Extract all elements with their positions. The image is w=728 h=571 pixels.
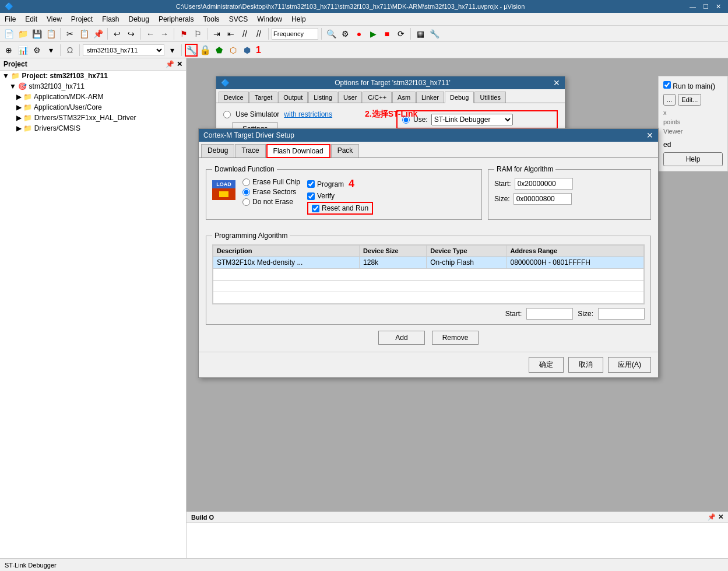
tab-output[interactable]: Output — [278, 92, 308, 103]
do-not-erase-radio[interactable] — [242, 198, 250, 206]
reset-and-run-checkbox[interactable] — [312, 205, 319, 212]
tb2-btn8[interactable]: ⬢ — [241, 44, 254, 57]
verify-checkbox[interactable] — [307, 192, 315, 200]
cancel-button[interactable]: 取消 — [568, 357, 603, 373]
tab-utilities[interactable]: Utilities — [474, 92, 505, 103]
nav-fwd-btn[interactable]: → — [158, 27, 171, 40]
tab-cpp[interactable]: C/C++ — [363, 92, 392, 103]
menu-help[interactable]: Help — [287, 14, 311, 24]
ram-start-input[interactable] — [515, 178, 573, 190]
nav-back-btn[interactable]: ← — [144, 27, 157, 40]
menu-window[interactable]: Window — [252, 14, 287, 24]
bookmark2-btn[interactable]: ⚐ — [191, 27, 204, 40]
apply-button[interactable]: 应用(A) — [608, 357, 651, 373]
wrench-btn[interactable]: 🔧 — [428, 27, 441, 40]
edit-btn[interactable]: Edit... — [678, 94, 701, 106]
options-dialog-close[interactable]: ✕ — [553, 78, 560, 87]
tab-listing[interactable]: Listing — [308, 92, 337, 103]
ram-size-input[interactable] — [514, 193, 572, 205]
run-to-main-checkbox[interactable] — [663, 81, 671, 89]
menu-file[interactable]: File — [0, 14, 20, 24]
cut-btn[interactable]: ✂ — [64, 27, 76, 40]
build-close-btn[interactable]: ✕ — [718, 513, 723, 521]
project-panel-close[interactable]: ✕ — [177, 60, 182, 68]
copy-btn[interactable]: 📋 — [78, 27, 90, 40]
menu-view[interactable]: View — [42, 14, 66, 24]
outdent-btn[interactable]: ⇤ — [224, 27, 237, 40]
cortex-tab-debug[interactable]: Debug — [201, 144, 234, 157]
build-pin-btn[interactable]: 📌 — [708, 513, 716, 521]
undo-btn[interactable]: ↩ — [111, 27, 124, 40]
menu-peripherals[interactable]: Peripherals — [154, 14, 199, 24]
tb2-btn2[interactable]: 📊 — [16, 44, 29, 57]
tb2-btn7[interactable]: ⬡ — [227, 44, 240, 57]
project-panel-pin[interactable]: 📌 — [166, 60, 174, 68]
reset-btn[interactable]: ⟳ — [395, 27, 407, 40]
open-btn[interactable]: 📁 — [16, 27, 29, 40]
cortex-tab-pack[interactable]: Pack — [331, 144, 360, 157]
tree-item-hal[interactable]: ▶ 📁 Drivers/STM32F1xx_HAL_Driver — [0, 113, 186, 123]
cortex-dialog-close[interactable]: ✕ — [646, 131, 653, 140]
tb2-btn6[interactable]: ⬟ — [213, 44, 226, 57]
add-button[interactable]: Add — [378, 331, 425, 345]
menu-edit[interactable]: Edit — [20, 14, 42, 24]
tree-item-user[interactable]: ▶ 📁 Application/User/Core — [0, 102, 186, 113]
tb2-dropdown[interactable]: ▾ — [44, 44, 57, 57]
tab-asm[interactable]: Asm — [392, 92, 416, 103]
erase-full-chip-radio[interactable] — [242, 178, 250, 186]
bookmark-btn[interactable]: ⚑ — [177, 27, 190, 40]
project-select[interactable]: stm32f103_hx711 — [83, 44, 164, 56]
menu-project[interactable]: Project — [66, 14, 97, 24]
menu-debug[interactable]: Debug — [124, 14, 154, 24]
maximize-button[interactable]: ☐ — [701, 3, 711, 10]
algo-start-input[interactable] — [526, 308, 573, 320]
tb2-btn4[interactable]: Ω — [64, 44, 76, 57]
minimize-button[interactable]: — — [687, 3, 698, 10]
use-simulator-radio[interactable] — [223, 111, 231, 118]
uncomment-btn[interactable]: // — [252, 27, 265, 40]
debugger-select[interactable]: ST-Link Debugger — [431, 114, 513, 125]
algo-size-input[interactable] — [598, 308, 645, 320]
tree-item-target[interactable]: ▼ 🎯 stm32f103_hx711 — [0, 81, 186, 92]
layout-btn[interactable]: ▦ — [414, 27, 427, 40]
program-checkbox[interactable] — [307, 180, 315, 188]
with-restrictions-link[interactable]: with restrictions — [284, 110, 332, 118]
stop-btn[interactable]: ■ — [381, 27, 393, 40]
cortex-tab-trace[interactable]: Trace — [235, 144, 265, 157]
tb2-btn5[interactable]: 🔒 — [199, 44, 212, 57]
comment-btn[interactable]: // — [238, 27, 251, 40]
tab-user[interactable]: User — [338, 92, 362, 103]
tree-item-mdk[interactable]: ▶ 📁 Application/MDK-ARM — [0, 92, 186, 102]
dots-btn[interactable]: ... — [663, 94, 676, 106]
close-button[interactable]: ✕ — [713, 3, 723, 10]
table-row[interactable]: STM32F10x Med-density ... 128k On-chip F… — [213, 257, 644, 269]
tab-debug[interactable]: Debug — [445, 92, 474, 103]
save-all-btn[interactable]: 📋 — [44, 27, 57, 40]
tb2-btn3[interactable]: ⚙ — [30, 44, 43, 57]
indent-btn[interactable]: ⇥ — [210, 27, 223, 40]
run-btn[interactable]: ▶ — [367, 27, 379, 40]
ok-button[interactable]: 确定 — [529, 357, 564, 373]
tree-item-cmsis[interactable]: ▶ 📁 Drivers/CMSIS — [0, 123, 186, 134]
help-btn[interactable]: Help — [663, 152, 723, 166]
paste-btn[interactable]: 📌 — [92, 27, 104, 40]
tb2-btn1[interactable]: ⊕ — [2, 44, 15, 57]
remove-button[interactable]: Remove — [432, 331, 479, 345]
target-options-btn[interactable]: 🔧 — [185, 44, 198, 57]
breakpoint-btn[interactable]: ● — [353, 27, 365, 40]
cortex-tab-flash[interactable]: Flash Download — [266, 144, 330, 158]
menu-tools[interactable]: Tools — [199, 14, 224, 24]
proj-dropdown-btn[interactable]: ▾ — [166, 44, 178, 57]
redo-btn[interactable]: ↪ — [125, 27, 138, 40]
tab-target[interactable]: Target — [249, 92, 278, 103]
search-btn[interactable]: 🔍 — [325, 27, 337, 40]
tree-item-project[interactable]: ▼ 📁 Project: stm32f103_hx711 — [0, 71, 186, 81]
tab-device[interactable]: Device — [219, 92, 249, 103]
menu-svcs[interactable]: SVCS — [224, 14, 253, 24]
new-btn[interactable]: 📄 — [2, 27, 15, 40]
frequency-input[interactable] — [272, 28, 318, 40]
tab-linker[interactable]: Linker — [416, 92, 444, 103]
save-btn[interactable]: 💾 — [30, 27, 43, 40]
settings-btn[interactable]: ⚙ — [339, 27, 351, 40]
erase-sectors-radio[interactable] — [242, 188, 250, 196]
